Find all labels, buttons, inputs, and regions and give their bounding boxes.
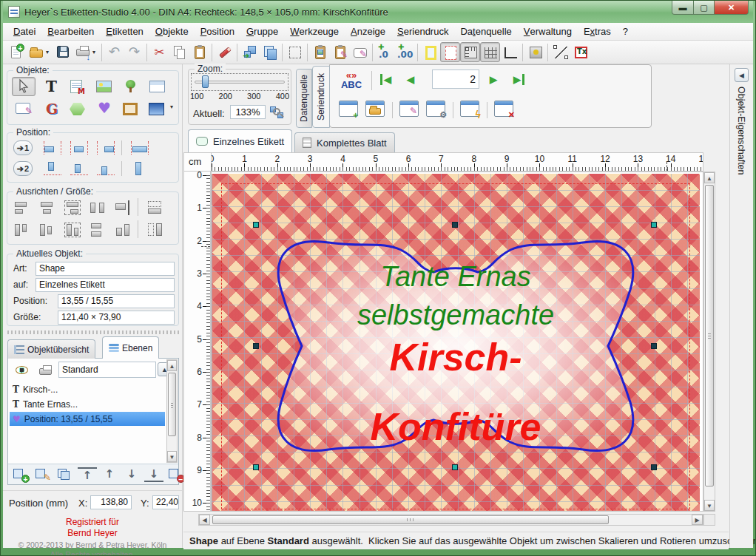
tab-seriendruck[interactable]: Seriendruck (312, 66, 330, 128)
align-label-left-button[interactable] (41, 140, 64, 156)
canvas-vertical-scrollbar[interactable]: ▲ ▼ (703, 172, 715, 512)
align-label-right-button[interactable] (95, 140, 117, 156)
selection-frame-button[interactable] (285, 42, 305, 62)
align-middle-button[interactable] (36, 220, 58, 240)
canvas-horizontal-scrollbar[interactable]: ◀ ▶ (198, 514, 703, 526)
pointer-tool[interactable] (12, 77, 36, 96)
previous-record-button[interactable]: ◀ (407, 74, 414, 85)
frame-tool[interactable] (118, 99, 142, 118)
scroll-left-arrow[interactable]: ◀ (199, 515, 210, 525)
tab-einzelnes-etikett[interactable]: Einzelnes Etikett (188, 129, 292, 152)
table-tool[interactable] (145, 77, 169, 96)
wordart-tool[interactable]: G (38, 99, 62, 118)
move-down-button[interactable]: ↓ (122, 467, 141, 483)
tab-komplettes-blatt[interactable]: Komplettes Blatt (294, 132, 395, 152)
edit-object-button[interactable]: ✎ (33, 467, 53, 483)
duplicate-button[interactable] (260, 42, 280, 62)
print-export-button[interactable]: ↓ (72, 42, 92, 62)
zoom-fit-button[interactable] (269, 105, 286, 121)
remove-datasource-button[interactable]: ✕ (494, 101, 513, 117)
text-placeholder-button[interactable]: Tx (570, 42, 590, 62)
paste-button[interactable] (189, 42, 209, 62)
mirror-horizontal-button[interactable] (86, 198, 108, 217)
decimal-decrease-button[interactable]: ✚.00 (395, 42, 415, 62)
canvas-viewport[interactable]: Tante Ernas selbstgemachte Kirsch- Konfi… (211, 172, 703, 512)
zoom-value-field[interactable]: 133% (230, 105, 266, 119)
align-label-top-button[interactable] (41, 160, 64, 177)
scroll-down-arrow[interactable]: ▼ (167, 451, 177, 462)
move-to-front-button[interactable]: ↑ (78, 467, 97, 483)
rectangle-dropdown-arrow[interactable]: ▾ (170, 104, 177, 110)
clipart-tool[interactable] (118, 77, 142, 96)
tab-objektuebersicht[interactable]: Objektübersicht (7, 339, 95, 359)
background-image-button[interactable] (525, 42, 545, 62)
scroll-up-arrow[interactable]: ▲ (704, 172, 715, 183)
menu-anzeige[interactable]: Anzeige (345, 23, 391, 40)
objekt-eigenschaften-tab[interactable]: Objekt-Eigenschaften (736, 87, 746, 175)
mirror-vertical-button[interactable] (86, 220, 108, 240)
tab-ebenen[interactable]: Ebenen (102, 336, 159, 359)
menu-gruppe[interactable]: Gruppe (240, 23, 284, 40)
layer-name-combo[interactable]: Standard (58, 362, 156, 378)
first-record-button[interactable]: ◀ (380, 74, 391, 85)
shape-heart-tool[interactable]: ♥ (92, 99, 115, 118)
menu-extras[interactable]: Extras (578, 23, 617, 40)
insert-object-button[interactable]: ➜ (240, 42, 260, 62)
stretch-label-height-button[interactable] (129, 160, 151, 177)
text-tool[interactable]: T (38, 77, 62, 96)
shape-hexagon-tool[interactable] (65, 99, 89, 118)
align-label-middle-button[interactable] (68, 160, 90, 177)
same-size-button[interactable] (144, 220, 166, 240)
stretch-label-width-button[interactable] (129, 140, 151, 156)
menu-help[interactable]: ? (617, 23, 634, 40)
print-dropdown-arrow[interactable]: ▾ (92, 49, 99, 55)
menu-etiketten[interactable]: Etiketten (100, 23, 149, 40)
selection-handle-top-center[interactable] (452, 222, 458, 228)
menu-seriendruck[interactable]: Seriendruck (391, 23, 454, 40)
panel-splitter[interactable] (7, 330, 179, 334)
same-height-button[interactable] (111, 220, 133, 240)
save-button[interactable] (53, 42, 72, 62)
align-to-right-button[interactable] (111, 198, 133, 217)
quick-merge-button[interactable]: ϟ (460, 101, 479, 117)
cut-button[interactable]: ✂ (149, 42, 169, 62)
grid-toggle[interactable] (480, 42, 500, 62)
new-document-button[interactable]: + (6, 42, 26, 62)
minimize-button[interactable]: ▬ (672, 1, 694, 15)
y-value-field[interactable]: 22,40 (152, 495, 179, 509)
menu-datenquelle[interactable]: Datenquelle (454, 23, 517, 40)
add-object-button[interactable]: + (11, 467, 30, 483)
label-canvas[interactable]: Tante Ernas selbstgemachte Kirsch- Konfi… (212, 174, 700, 512)
layer-visibility-button[interactable] (11, 362, 32, 378)
selection-handle-top-left[interactable] (253, 222, 259, 228)
copy-object-button[interactable] (55, 467, 75, 483)
next-record-button[interactable]: ▶ (490, 74, 497, 85)
layer-item-kirsch[interactable]: T Kirsch-... (10, 382, 165, 396)
scroll-right-arrow[interactable]: ▶ (692, 515, 703, 525)
align-label-center-h-button[interactable] (68, 140, 90, 156)
align-center-h-button[interactable] (36, 198, 58, 217)
tab-datenquelle[interactable]: Datenquelle (296, 69, 312, 128)
expand-properties-button[interactable]: ◀ (735, 68, 749, 82)
scroll-up-arrow[interactable]: ▲ (167, 360, 177, 371)
scroll-down-arrow[interactable]: ▼ (704, 500, 715, 511)
copy-button[interactable] (169, 42, 189, 62)
align-bottom-edges-button[interactable] (61, 220, 83, 240)
selection-handle-top-right[interactable] (651, 222, 657, 228)
zoom-slider[interactable] (192, 74, 288, 90)
position-preset-2-button[interactable]: ➔2 (13, 161, 33, 176)
selection-handle-mid-right[interactable] (651, 343, 657, 349)
layer-print-button[interactable] (35, 362, 55, 378)
menu-werkzeuge[interactable]: Werkzeuge (284, 23, 345, 40)
ruler-toggle[interactable] (460, 42, 480, 62)
edit-datasource-button[interactable]: ✎ (399, 101, 419, 117)
open-button[interactable] (26, 42, 46, 62)
image-tool[interactable] (92, 77, 115, 96)
decimal-increase-button[interactable]: ✚.0 (375, 42, 395, 62)
align-left-edges-button[interactable] (10, 198, 33, 217)
align-label-bottom-button[interactable] (95, 160, 117, 177)
align-right-edges-button[interactable] (61, 198, 83, 217)
rectangle-tool[interactable] (145, 99, 169, 118)
label-background-toggle[interactable] (420, 42, 440, 62)
selection-handle-mid-left[interactable] (253, 343, 259, 349)
